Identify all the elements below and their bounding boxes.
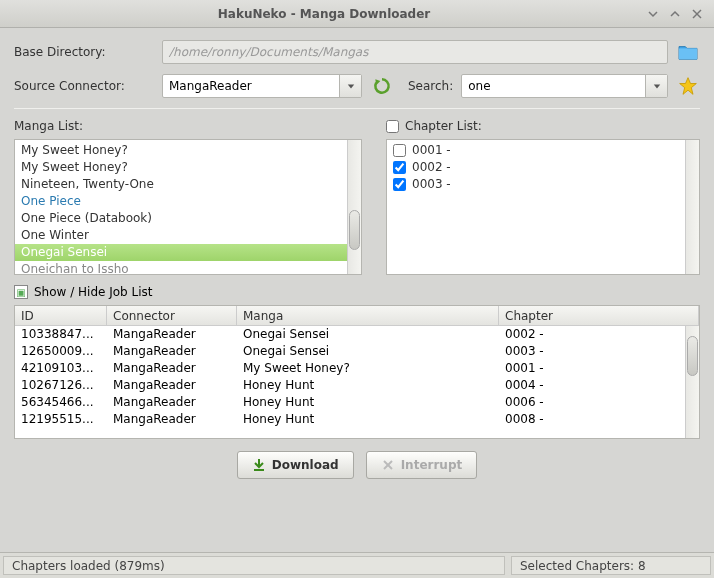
source-dropdown-button[interactable] — [339, 75, 361, 97]
close-button[interactable] — [688, 5, 706, 23]
download-button[interactable]: Download — [237, 451, 354, 479]
chapter-list-label: Chapter List: — [405, 119, 482, 133]
manga-item[interactable]: Nineteen, Twenty-One — [15, 176, 347, 193]
chapter-item[interactable]: 0002 - — [387, 159, 685, 176]
svg-marker-3 — [375, 79, 380, 85]
titlebar: HakuNeko - Manga Downloader — [0, 0, 714, 28]
chapter-item[interactable]: 0001 - — [387, 142, 685, 159]
svg-marker-5 — [680, 78, 697, 95]
manga-item[interactable]: One Piece — [15, 193, 347, 210]
chapter-select-all-checkbox[interactable] — [386, 120, 399, 133]
job-row[interactable]: 56345466...MangaReaderHoney Hunt0006 - — [15, 394, 685, 411]
base-dir-field: /home/ronny/Documents/Mangas — [162, 40, 668, 64]
minimize-button[interactable] — [644, 5, 662, 23]
svg-marker-2 — [347, 84, 353, 88]
col-connector[interactable]: Connector — [107, 306, 237, 325]
job-row[interactable]: 10267126...MangaReaderHoney Hunt0004 - — [15, 377, 685, 394]
interrupt-button: Interrupt — [366, 451, 478, 479]
window-title: HakuNeko - Manga Downloader — [8, 7, 640, 21]
statusbar: Chapters loaded (879ms) Selected Chapter… — [0, 552, 714, 578]
chapter-checkbox[interactable] — [393, 178, 406, 191]
manga-scrollbar[interactable] — [347, 140, 361, 274]
source-label: Source Connector: — [14, 79, 154, 93]
chapter-item[interactable]: 0003 - — [387, 176, 685, 193]
manga-item[interactable]: My Sweet Honey? — [15, 142, 347, 159]
search-combo[interactable] — [461, 74, 668, 98]
col-id[interactable]: ID — [15, 306, 107, 325]
manga-listbox[interactable]: My Sweet Honey?My Sweet Honey?Nineteen, … — [14, 139, 362, 275]
separator — [14, 108, 700, 109]
chapter-scrollbar[interactable] — [685, 140, 699, 274]
bookmark-button[interactable] — [676, 74, 700, 98]
manga-item[interactable]: One Piece (Databook) — [15, 210, 347, 227]
base-dir-label: Base Directory: — [14, 45, 154, 59]
manga-item[interactable]: Oneichan to Issho — [15, 261, 347, 274]
job-table-header: ID Connector Manga Chapter — [15, 306, 699, 326]
job-row[interactable]: 12650009...MangaReaderOnegai Sensei0003 … — [15, 343, 685, 360]
status-right: Selected Chapters: 8 — [511, 556, 711, 575]
search-input[interactable] — [462, 75, 645, 97]
download-icon — [252, 458, 266, 472]
col-chapter[interactable]: Chapter — [499, 306, 699, 325]
refresh-button[interactable] — [370, 74, 394, 98]
manga-item[interactable]: One Winter — [15, 227, 347, 244]
job-row[interactable]: 12195515...MangaReaderHoney Hunt0008 - — [15, 411, 685, 428]
manga-item[interactable]: Onegai Sensei — [15, 244, 347, 261]
chapter-listbox[interactable]: 0001 -0002 -0003 - — [386, 139, 700, 275]
maximize-button[interactable] — [666, 5, 684, 23]
source-combo[interactable] — [162, 74, 362, 98]
job-row[interactable]: 10338847...MangaReaderOnegai Sensei0002 … — [15, 326, 685, 343]
job-table: ID Connector Manga Chapter 10338847...Ma… — [14, 305, 700, 439]
search-dropdown-button[interactable] — [645, 75, 667, 97]
status-left: Chapters loaded (879ms) — [3, 556, 505, 575]
job-row[interactable]: 42109103...MangaReaderMy Sweet Honey?000… — [15, 360, 685, 377]
toggle-icon: ▣ — [14, 285, 28, 299]
job-list-toggle[interactable]: ▣ Show / Hide Job List — [14, 285, 700, 299]
manga-item[interactable]: My Sweet Honey? — [15, 159, 347, 176]
manga-list-label: Manga List: — [14, 119, 83, 133]
job-scrollbar[interactable] — [685, 326, 699, 438]
svg-marker-4 — [653, 84, 659, 88]
chapter-checkbox[interactable] — [393, 144, 406, 157]
search-label: Search: — [408, 79, 453, 93]
chapter-checkbox[interactable] — [393, 161, 406, 174]
col-manga[interactable]: Manga — [237, 306, 499, 325]
browse-folder-button[interactable] — [676, 40, 700, 64]
source-input[interactable] — [163, 75, 339, 97]
cancel-icon — [381, 458, 395, 472]
